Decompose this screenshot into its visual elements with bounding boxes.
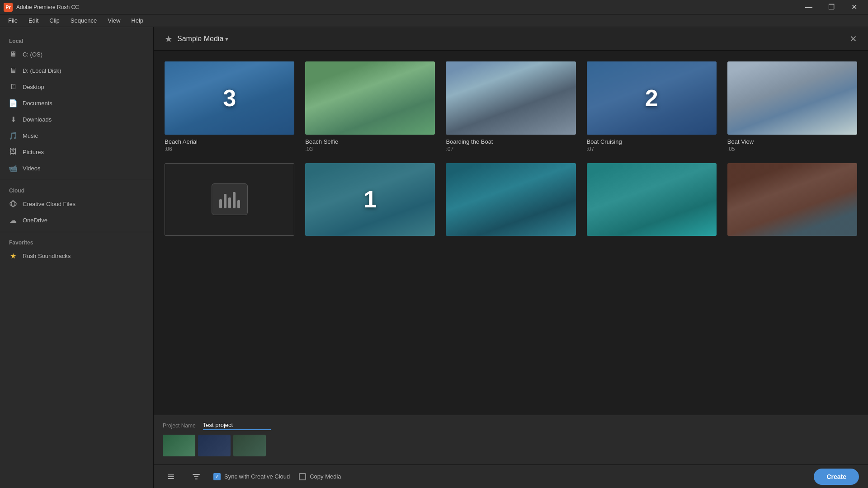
media-overlay: 2 [587, 61, 717, 135]
sidebar-item-documents[interactable]: 📄 Documents [0, 95, 153, 111]
menubar: File Edit Clip Sequence View Help [0, 14, 868, 27]
music-icon: 🎵 [9, 131, 17, 140]
media-item-underwater2[interactable] [587, 163, 717, 240]
sidebar-item-downloads[interactable]: ⬇ Downloads [0, 111, 153, 127]
menu-sequence[interactable]: Sequence [66, 15, 102, 26]
sidebar-item-label: Music [23, 132, 38, 139]
hamburger-menu-button[interactable] [163, 469, 179, 485]
media-thumb-beach-selfie [305, 61, 435, 135]
app-title: Adobe Premiere Rush CC [16, 4, 798, 10]
sidebar-item-label: Rush Soundtracks [23, 253, 71, 259]
media-item-underwater1[interactable] [446, 163, 576, 240]
window-controls: — ❐ ✕ [798, 0, 864, 14]
pictures-icon: 🖼 [9, 148, 17, 156]
media-item-audio[interactable] [165, 163, 294, 240]
sidebar-item-label: Desktop [23, 84, 44, 90]
media-title: Boarding the Boat [446, 138, 576, 145]
copy-checkbox[interactable] [299, 473, 306, 480]
header-dropdown-icon[interactable]: ▾ [225, 35, 228, 42]
project-name-input[interactable] [203, 421, 271, 430]
sidebar-divider-1 [0, 180, 153, 180]
media-thumb-underwater1 [446, 163, 576, 236]
svg-point-0 [10, 202, 16, 206]
media-thumb-beach-aerial: 3 [165, 61, 294, 135]
menu-help[interactable]: Help [127, 15, 148, 26]
audio-bars-icon [219, 190, 240, 208]
media-duration: :06 [165, 146, 294, 152]
copy-label: Copy Media [310, 473, 341, 480]
sidebar-item-desktop[interactable]: 🖥 Desktop [0, 79, 153, 95]
sidebar-item-c-os[interactable]: 🖥 C: (OS) [0, 46, 153, 62]
download-icon: ⬇ [9, 115, 17, 123]
media-duration: :05 [727, 146, 857, 152]
media-item-beach-aerial[interactable]: 3 Beach Aerial :06 [165, 61, 294, 152]
media-thumb-aerial2: 1 [305, 163, 435, 236]
project-clip-1[interactable] [163, 435, 195, 456]
main-layout: Local 🖥 C: (OS) 🖥 D: (Local Disk) 🖥 Desk… [0, 27, 868, 488]
onedrive-icon: ☁ [9, 216, 17, 224]
media-item-portrait[interactable] [727, 163, 857, 240]
header-close-button[interactable]: ✕ [849, 33, 857, 44]
sidebar-item-label: OneDrive [23, 217, 47, 224]
project-clips [163, 435, 859, 456]
close-window-button[interactable]: ✕ [844, 0, 864, 14]
content-area: ★ Sample Media ▾ ✕ 3 Beach Aerial :06 [154, 27, 868, 488]
svg-rect-4 [168, 478, 174, 479]
sidebar-item-label: Downloads [23, 116, 52, 123]
media-thumb-audio [165, 163, 294, 236]
project-clip-3[interactable] [233, 435, 266, 456]
media-duration: :07 [446, 146, 576, 152]
media-count-badge: 1 [363, 186, 377, 213]
project-clip-2[interactable] [198, 435, 231, 456]
filter-button[interactable] [188, 469, 204, 485]
sync-label: Sync with Creative Cloud [224, 473, 290, 480]
sidebar-item-videos[interactable]: 📹 Videos [0, 160, 153, 176]
sidebar-item-label: D: (Local Disk) [23, 67, 61, 74]
media-title: Beach Selfie [305, 138, 435, 145]
menu-file[interactable]: File [4, 15, 22, 26]
menu-clip[interactable]: Clip [45, 15, 64, 26]
media-item-aerial2[interactable]: 1 [305, 163, 435, 240]
media-thumb-underwater2 [587, 163, 717, 236]
sidebar-divider-2 [0, 232, 153, 232]
media-item-boat-view[interactable]: Boat View :05 [727, 61, 857, 152]
media-title: Boat Cruising [587, 138, 717, 145]
create-button[interactable]: Create [814, 469, 859, 485]
media-count-badge: 2 [645, 84, 658, 112]
media-title: Beach Aerial [165, 138, 294, 145]
media-grid-container: 3 Beach Aerial :06 Beach Selfie :03 [154, 51, 868, 415]
sidebar-item-pictures[interactable]: 🖼 Pictures [0, 144, 153, 160]
titlebar: Pr Adobe Premiere Rush CC — ❐ ✕ [0, 0, 868, 14]
header-star-icon[interactable]: ★ [165, 33, 173, 44]
media-item-beach-selfie[interactable]: Beach Selfie :03 [305, 61, 435, 152]
media-duration: :03 [305, 146, 435, 152]
menu-edit[interactable]: Edit [24, 15, 43, 26]
favorites-section-label: Favorites [0, 236, 153, 248]
desktop-icon: 🖥 [9, 83, 17, 91]
menu-view[interactable]: View [103, 15, 125, 26]
local-section-label: Local [0, 34, 153, 46]
bottom-bar: ✓ Sync with Creative Cloud Copy Media Cr… [154, 465, 868, 488]
sidebar-item-rush-soundtracks[interactable]: ★ Rush Soundtracks [0, 248, 153, 264]
media-thumb-boat-cruising: 2 [587, 61, 717, 135]
media-overlay: 1 [305, 163, 435, 236]
sidebar-item-music[interactable]: 🎵 Music [0, 127, 153, 144]
sidebar-item-label: C: (OS) [23, 51, 42, 58]
project-name-row: Project Name [163, 421, 859, 430]
project-area: Project Name [154, 415, 868, 465]
media-item-boat-cruising[interactable]: 2 Boat Cruising :07 [587, 61, 717, 152]
document-icon: 📄 [9, 99, 17, 107]
sidebar: Local 🖥 C: (OS) 🖥 D: (Local Disk) 🖥 Desk… [0, 27, 154, 488]
minimize-button[interactable]: — [798, 0, 819, 14]
sync-checkbox[interactable]: ✓ [213, 473, 221, 480]
sidebar-item-creative-cloud[interactable]: Creative Cloud Files [0, 196, 153, 212]
sidebar-item-onedrive[interactable]: ☁ OneDrive [0, 212, 153, 228]
content-header: ★ Sample Media ▾ ✕ [154, 27, 868, 51]
star-icon: ★ [9, 252, 17, 260]
media-item-boarding-boat[interactable]: Boarding the Boat :07 [446, 61, 576, 152]
sidebar-item-d-local[interactable]: 🖥 D: (Local Disk) [0, 62, 153, 79]
sidebar-item-label: Pictures [23, 149, 44, 155]
media-grid: 3 Beach Aerial :06 Beach Selfie :03 [165, 61, 857, 239]
maximize-button[interactable]: ❐ [821, 0, 842, 14]
media-thumb-boat-view [727, 61, 857, 135]
